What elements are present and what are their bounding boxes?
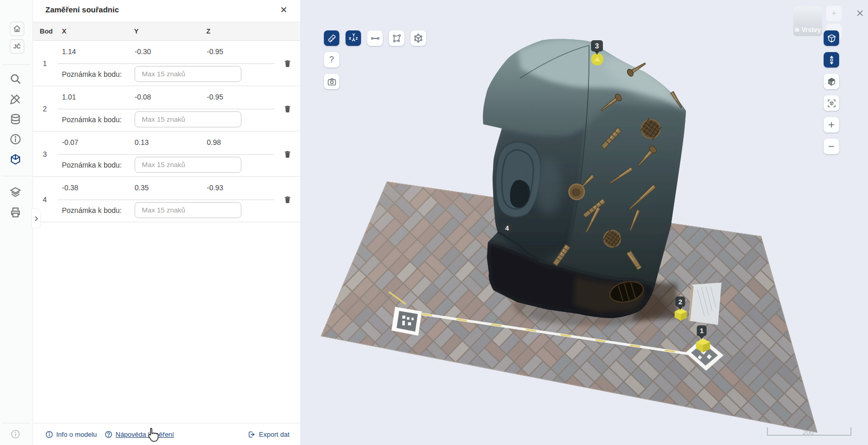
- svg-text:4: 4: [505, 224, 509, 232]
- svg-text:3: 3: [595, 42, 599, 50]
- svg-text:1: 1: [700, 327, 703, 335]
- svg-text:Y: Y: [352, 33, 355, 38]
- svg-text:z: z: [355, 36, 357, 41]
- svg-text:x: x: [349, 36, 351, 41]
- svg-text:2: 2: [678, 298, 682, 306]
